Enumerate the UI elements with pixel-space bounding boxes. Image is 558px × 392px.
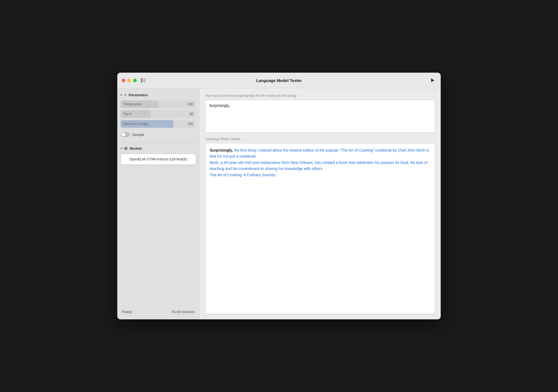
output-label: Language Model Output (205, 137, 435, 141)
temperature-label: Temperature (121, 102, 144, 106)
sample-row: Sample (121, 132, 196, 137)
svg-rect-3 (143, 81, 146, 82)
parameters-icon: ≡ (124, 93, 126, 97)
content-area: Your input (use format appropriate for t… (200, 88, 441, 319)
sidebar-toggle-button[interactable] (140, 78, 147, 83)
divider (121, 143, 196, 143)
maxlength-slider[interactable]: Maximum Length 100 (121, 120, 196, 128)
topk-slider[interactable]: Top K 50 (121, 110, 196, 118)
input-textarea[interactable]: Surprisingly, (205, 100, 435, 133)
run-button[interactable] (429, 76, 436, 84)
maximize-button[interactable] (133, 79, 137, 82)
input-label: Your input (use format appropriate for t… (205, 94, 435, 98)
model-button[interactable]: OpenELM-270M-Instruct-128-float32 (121, 154, 196, 165)
app-window: Language Model Tester ▾ ≡ Parameters Tem… (117, 73, 441, 319)
models-chevron-icon: ▾ (121, 147, 122, 150)
toggle-knob (122, 133, 126, 137)
temperature-slider[interactable]: Temperature 1,00 (121, 100, 196, 108)
models-section: ▾ ⊞ Models OpenELM-270M-Instruct-128-flo… (121, 146, 196, 306)
status-bar: Ready 55,68 tokens/s (121, 306, 196, 315)
sample-toggle[interactable] (121, 132, 130, 137)
svg-rect-1 (143, 79, 146, 79)
status-text: Ready (122, 310, 132, 314)
window-title: Language Model Tester (256, 78, 302, 83)
svg-rect-2 (143, 80, 146, 81)
models-section-header[interactable]: ▾ ⊞ Models (121, 146, 196, 150)
svg-marker-4 (431, 78, 434, 82)
topk-label: Top K (121, 112, 135, 116)
output-prefix: Surprisingly, (210, 148, 233, 152)
output-generated: the first thing I noticed about the newe… (210, 148, 429, 177)
titlebar: Language Model Tester (117, 73, 441, 88)
tokens-per-second: 55,68 tokens/s (172, 310, 195, 314)
sample-label: Sample (132, 133, 144, 137)
topk-value: 50 (187, 112, 196, 116)
svg-rect-0 (141, 78, 143, 83)
traffic-lights (122, 79, 137, 82)
minimize-button[interactable] (127, 79, 131, 82)
output-area: Surprisingly, the first thing I noticed … (205, 143, 435, 314)
parameters-label: Parameters (129, 93, 148, 97)
parameters-section-header[interactable]: ▾ ≡ Parameters (121, 93, 196, 97)
models-icon: ⊞ (124, 146, 127, 150)
close-button[interactable] (122, 79, 125, 82)
temperature-value: 1,00 (184, 102, 196, 106)
parameters-chevron-icon: ▾ (121, 93, 122, 96)
maxlength-value: 100 (185, 122, 196, 126)
sidebar: ▾ ≡ Parameters Temperature 1,00 Top K 50… (117, 88, 200, 319)
main-layout: ▾ ≡ Parameters Temperature 1,00 Top K 50… (117, 88, 441, 319)
models-label: Models (130, 146, 142, 150)
maxlength-label: Maximum Length (121, 122, 151, 126)
